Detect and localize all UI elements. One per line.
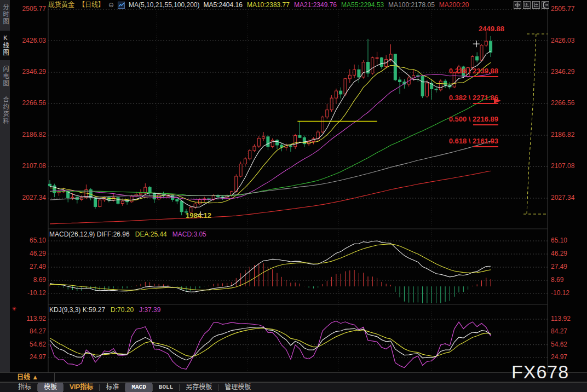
tab-macd[interactable]: MACD (125, 383, 152, 392)
macd-legend: MACD(26,12,9) DIFF:26.96 DEA:25.44 MACD:… (49, 230, 206, 238)
chart-canvas[interactable] (10, 0, 587, 392)
zoom-horizontal-icon[interactable] (532, 1, 540, 9)
tab-vip-indicators[interactable]: VIP指标 (64, 383, 99, 392)
bottom-tab-bar: 指标模板VIP指标标准MACDBOLL另存模板管理模板 (0, 382, 587, 392)
tab-manage-template[interactable]: 管理模板 (218, 383, 257, 392)
tab-standard[interactable]: 标准 (100, 383, 125, 392)
chart-toolbar (514, 1, 549, 9)
macd-dea-value: DEA:25.44 (135, 230, 167, 238)
tab-save-template[interactable]: 另存模板 (180, 383, 218, 392)
trading-app-window: 分时图K线图闪电图合约资料 现货黄金 【日线】 ⊖ MA(5,10,21,55,… (0, 0, 587, 392)
kdj-j-value: J:37.39 (139, 306, 160, 314)
period-tag: 【日线】 (78, 1, 105, 9)
watermark: FX678 (511, 361, 569, 383)
kdj-params-label: KDJ(9,3,3) K:59.27 (49, 306, 105, 314)
ma-value-label: MA10:2383.77 (247, 1, 290, 9)
sidebar-item-time-chart[interactable]: 分时图 (0, 0, 10, 29)
ma-value-label: MA55:2294.53 (341, 1, 384, 9)
tab-indicators[interactable]: 指标 (12, 383, 37, 392)
tab-templates[interactable]: 模板 (38, 383, 63, 392)
sidebar-item-flash-chart[interactable]: 闪电图 (0, 62, 10, 91)
zoom-vertical-icon[interactable] (523, 1, 531, 9)
chart-type-icon[interactable] (118, 2, 125, 9)
x-axis-band: 日线 ▲ (0, 372, 587, 382)
sidebar-item-contract-info[interactable]: 合约资料 (0, 93, 10, 129)
macd-params-label: MACD(26,12,9) DIFF:26.96 (49, 230, 130, 238)
chart-header: 现货黄金 【日线】 ⊖ MA(5,10,21,55,100,200) MA5:2… (48, 1, 474, 9)
ma-value-label: MA5:2404.16 (204, 1, 243, 9)
left-sidebar: 分时图K线图闪电图合约资料 (0, 0, 10, 372)
pan-icon[interactable] (514, 1, 521, 9)
sun-icon: ☀ (11, 305, 17, 313)
ma-params-label: MA(5,10,21,55,100,200) (129, 1, 199, 9)
collapse-legend-icon[interactable]: ⊖ (108, 1, 114, 9)
ma-value-label: MA200:20 (439, 1, 469, 9)
kdj-d-value: D:70.20 (111, 306, 134, 314)
period-selector[interactable]: 日线 ▲ (10, 373, 55, 382)
ma-value-label: MA100:2178.05 (388, 1, 435, 9)
macd-bar-value: MACD:3.05 (172, 230, 206, 238)
sidebar-item-kline-chart[interactable]: K线图 (0, 31, 10, 60)
ma-value-label: MA21:2349.76 (294, 1, 337, 9)
exit-icon[interactable] (542, 1, 549, 9)
ma-legend-values: MA5:2404.16MA10:2383.77MA21:2349.76MA55:… (204, 1, 474, 9)
tab-boll[interactable]: BOLL (153, 383, 179, 392)
instrument-title: 现货黄金 (48, 1, 74, 9)
kdj-legend: KDJ(9,3,3) K:59.27 D:70.20 J:37.39 (49, 306, 160, 314)
